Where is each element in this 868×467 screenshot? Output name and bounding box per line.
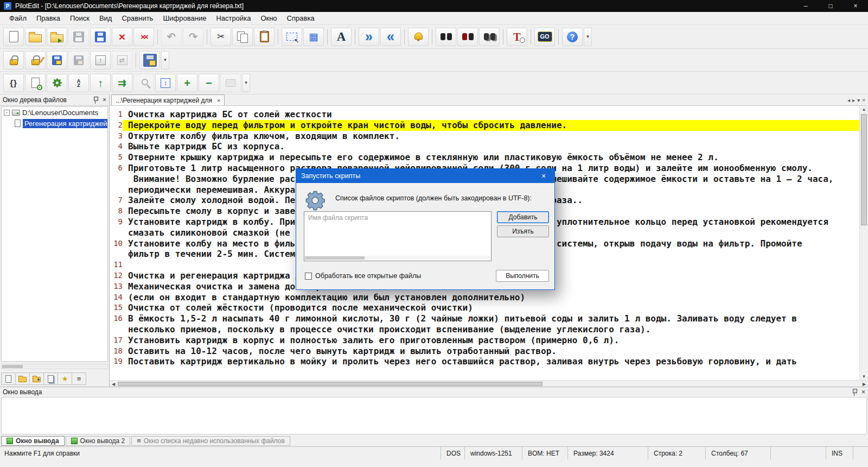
editor-line[interactable]: 1Очистка картриджа БС от солей жесткости (110, 109, 859, 120)
scroll-up-icon[interactable]: ▲ (860, 106, 868, 113)
scrollbar-thumb[interactable] (861, 114, 867, 225)
tree-tab-folder[interactable] (15, 373, 30, 385)
menu-item-5[interactable]: Шифрование (158, 12, 211, 24)
status-column[interactable]: Столбец: 67 (705, 447, 770, 459)
open-file-button[interactable] (25, 28, 46, 46)
status-format[interactable]: DOS (441, 447, 464, 459)
save-all-button[interactable] (90, 28, 111, 46)
tree-tab-search[interactable] (29, 373, 44, 385)
save-file-button[interactable] (68, 28, 89, 46)
scroll-down-icon[interactable]: ▼ (860, 373, 868, 380)
editor-line[interactable]: 19Поставить картридж вертикально в мойку… (110, 356, 859, 367)
output-tab-2[interactable]: ≡Окно списка недавно использованных файл… (131, 436, 290, 446)
go-back-button[interactable]: « (380, 28, 401, 46)
redo-button[interactable]: ↷ (183, 28, 203, 46)
menu-item-6[interactable]: Настройка (211, 12, 256, 24)
decrypt-file-button[interactable] (25, 51, 46, 70)
find-replace-button[interactable] (457, 28, 478, 46)
editor-line[interactable]: 5Отверните крышку картриджа и пересыпьте… (110, 152, 859, 163)
move-to-top-button[interactable]: ↑ (90, 74, 111, 92)
menu-item-4[interactable]: Сравнить (117, 12, 158, 24)
transfer-files-button[interactable]: ⇄ (112, 51, 132, 70)
tree-hscrollbar[interactable] (1, 364, 108, 369)
editor-line[interactable]: 16В ёмкость 1,5-2 л насыпать 40 г лимонн… (110, 313, 859, 324)
output-tab-1[interactable]: Окно вывода 2 (66, 436, 131, 446)
zoom-out-button[interactable]: − (199, 74, 219, 92)
replace-in-files-button[interactable]: T (507, 28, 527, 46)
status-encoding[interactable]: windows-1251 (464, 447, 522, 459)
tree-tab-list[interactable]: ≡ (72, 373, 86, 385)
maximize-button[interactable]: □ (818, 0, 843, 12)
undo-button[interactable]: ↶ (161, 28, 182, 46)
minimize-button[interactable]: – (793, 0, 818, 12)
titlebar[interactable]: P PilotEdit - [D:\Lenouser\Documents\Рег… (0, 0, 868, 12)
tree-node-file-selected[interactable]: Регенерация картриджей для гейзера.txt (2, 118, 107, 129)
tab-menu-icon[interactable]: ▾ (857, 97, 860, 103)
edit-script-button[interactable]: {} (3, 74, 24, 92)
sort-lines-button[interactable]: A Z (68, 74, 89, 92)
scrollbar-thumb[interactable] (118, 382, 542, 386)
process-all-files-checkbox[interactable] (305, 273, 312, 280)
dialog-close-button[interactable]: × (533, 169, 554, 183)
encryption-menu-button[interactable]: ▾ (161, 51, 169, 70)
new-file-button[interactable] (3, 28, 24, 46)
menu-item-8[interactable]: Справка (282, 12, 320, 24)
tree-tab-project[interactable] (43, 373, 58, 385)
editor-line[interactable]: 14(если он входит в стандартную комплект… (110, 292, 859, 303)
pin-icon[interactable] (852, 388, 857, 396)
reminder-button[interactable] (408, 28, 429, 46)
find-button[interactable] (436, 28, 456, 46)
editor-line[interactable]: 17Установить картридж в корпус и полност… (110, 335, 859, 346)
editor-line[interactable]: 2Перекройте воду перед фильтром и открой… (110, 120, 859, 131)
editor-line[interactable]: 18Оставить на 10-12 часов, после чего вы… (110, 346, 859, 357)
editor-line[interactable]: 15Очистка от солей жёсткости (проводится… (110, 302, 859, 313)
scrollbar-thumb[interactable] (305, 256, 365, 260)
editor-line[interactable]: несколько приемов, поскольку в процессе … (110, 324, 859, 335)
run-button[interactable]: Выполнить (496, 270, 549, 282)
tree-node-folder[interactable]: - D:\Lenouser\Documents (2, 107, 107, 118)
encrypt-file-button[interactable] (3, 51, 24, 70)
editor-horizontal-scrollbar[interactable]: ◀ ▶ (110, 380, 868, 387)
save-encrypted-button[interactable] (47, 51, 67, 70)
help-button[interactable]: ? (562, 28, 583, 46)
tab-close-icon[interactable]: × (217, 97, 220, 104)
status-bom[interactable]: BOM: НЕТ (522, 447, 567, 459)
open-encrypted-file-button[interactable] (139, 51, 160, 70)
editor-line[interactable]: 4Выньте картридж БС из корпуса. (110, 141, 859, 152)
fit-window-button[interactable]: ↕ (155, 74, 176, 92)
add-button[interactable]: Добавить (497, 211, 549, 223)
editor-vertical-scrollbar[interactable]: ▲ ▼ (859, 106, 868, 380)
scrollbar-thumb[interactable] (2, 365, 23, 368)
copy-button[interactable] (232, 28, 253, 46)
status-size[interactable]: Размер: 3424 (567, 447, 648, 459)
close-file-button[interactable]: × (112, 28, 132, 46)
extra-tool-button[interactable] (220, 74, 241, 92)
editor-line[interactable]: 3Открутите колбу фильтра ключом, входящи… (110, 131, 859, 142)
tree-tab-favorites[interactable]: ★ (58, 373, 72, 385)
zoom-in-button[interactable]: + (177, 74, 197, 92)
find-in-files-button[interactable] (479, 28, 500, 46)
run-script-button[interactable] (47, 74, 67, 92)
script-file-button[interactable] (25, 74, 46, 92)
status-line[interactable]: Строка: 2 (648, 447, 705, 459)
tree-tab-file[interactable] (1, 373, 16, 385)
status-insert-mode[interactable]: INS (826, 447, 853, 459)
open-remote-file-button[interactable] (47, 28, 67, 46)
menu-item-3[interactable]: Вид (94, 12, 117, 24)
paste-button[interactable] (254, 28, 275, 46)
goto-button[interactable]: GO (534, 28, 555, 46)
save-encrypted-as-button[interactable] (68, 51, 89, 70)
menu-item-7[interactable]: Окно (256, 12, 282, 24)
column-mode-button[interactable]: ▦ (303, 28, 324, 46)
script-files-list[interactable]: Имя файла скрипта (304, 211, 492, 261)
panel-close-icon[interactable]: × (861, 388, 865, 396)
list-hscrollbar[interactable] (305, 256, 490, 260)
close-all-files-button[interactable]: ×× (133, 28, 154, 46)
font-button[interactable]: A (331, 28, 352, 46)
menu-item-1[interactable]: Правка (31, 12, 65, 24)
find-symbol-button[interactable] (133, 74, 154, 92)
go-forward-button[interactable]: » (359, 28, 379, 46)
upload-to-ftp-button[interactable]: ↑ (90, 51, 111, 70)
goto-position-button[interactable]: ⇉ (112, 74, 132, 92)
help-menu-button[interactable]: ▾ (584, 28, 592, 46)
